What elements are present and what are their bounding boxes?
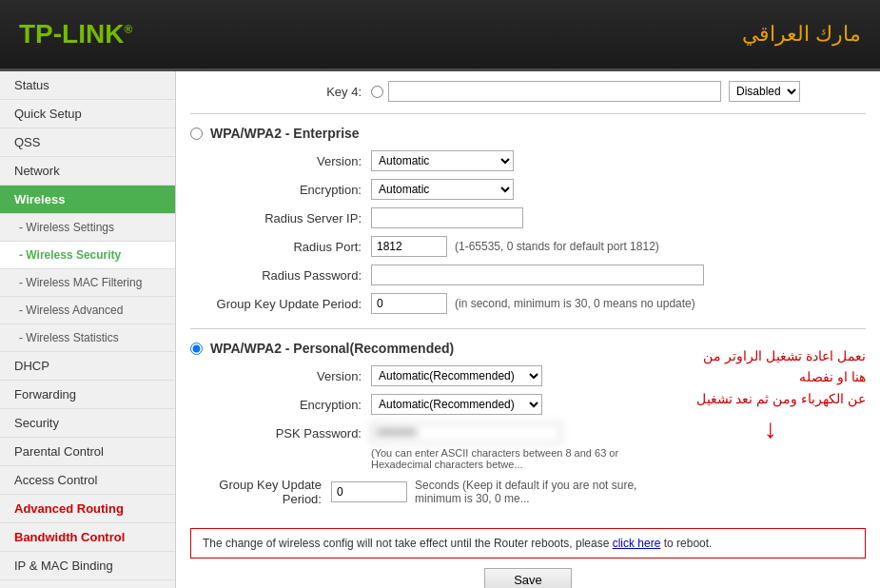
main-content: Key 4: Disabled WPA/WPA2 - Enterprise Ve… [176, 71, 880, 588]
enterprise-group-key-note: (in second, minimum is 30, 0 means no up… [455, 297, 695, 310]
sidebar-item-qss[interactable]: QSS [0, 128, 175, 157]
wpa-personal-title: WPA/WPA2 - Personal(Recommended) [190, 341, 675, 356]
sidebar-item-network[interactable]: Network [0, 157, 175, 186]
arabic-annotation-line1: نعمل اعادة تشغيل الراوتر من هنا او نفصله [694, 345, 866, 388]
personal-group-key-input[interactable] [331, 481, 407, 502]
psk-password-row: PSK Password: [190, 422, 675, 443]
enterprise-group-key-input[interactable] [371, 293, 447, 314]
key4-disabled-select[interactable]: Disabled [729, 81, 800, 102]
key4-radio[interactable] [371, 86, 383, 98]
radius-password-row: Radius Password: [190, 265, 866, 285]
divider-1 [190, 113, 866, 114]
personal-encryption-select[interactable]: Automatic(Recommended) [371, 394, 542, 415]
warning-text-end: to reboot. [660, 537, 712, 550]
sidebar-item-dhcp[interactable]: DHCP [0, 352, 175, 381]
save-button[interactable]: Save [484, 568, 572, 588]
sidebar-item-parental-control[interactable]: Parental Control [0, 438, 175, 466]
radius-ip-row: Radius Server IP: [190, 207, 866, 228]
enterprise-encryption-select[interactable]: Automatic [371, 179, 514, 200]
logo: TP-LINK® [19, 19, 132, 49]
save-section: Save [190, 568, 866, 588]
sidebar-item-wireless-settings[interactable]: - Wireless Settings [0, 214, 175, 242]
radius-port-row: Radius Port: (1-65535, 0 stands for defa… [190, 236, 866, 257]
sidebar-item-wireless-security[interactable]: - Wireless Security [0, 242, 175, 269]
enterprise-encryption-label: Encryption: [190, 183, 371, 197]
psk-note: (You can enter ASCII characters between … [371, 447, 675, 470]
header: TP-LINK® مارك العراقي [0, 0, 880, 71]
psk-password-input[interactable] [371, 422, 561, 443]
sidebar-item-access-control[interactable]: Access Control [0, 466, 175, 495]
enterprise-group-key-row: Group Key Update Period: (in second, min… [190, 293, 866, 314]
enterprise-version-label: Version: [190, 154, 371, 168]
enterprise-version-select[interactable]: Automatic [371, 150, 514, 171]
wpa-enterprise-radio[interactable] [190, 127, 203, 140]
radius-password-label: Radius Password: [190, 268, 371, 283]
down-arrow: ↓ [675, 414, 866, 444]
psk-note-row: (You can enter ASCII characters between … [371, 447, 675, 470]
radius-port-note: (1-65535, 0 stands for default port 1812… [455, 240, 659, 253]
personal-group-key-note: Seconds (Keep it default if you are not … [415, 479, 675, 505]
warning-box: The change of wireless config will not t… [190, 528, 866, 559]
wpa-enterprise-title: WPA/WPA2 - Enterprise [190, 126, 866, 141]
sidebar-item-quick-setup[interactable]: Quick Setup [0, 100, 175, 128]
radius-port-label: Radius Port: [190, 240, 371, 254]
sidebar-item-status[interactable]: Status [0, 71, 175, 100]
sidebar-item-ip-mac-binding[interactable]: IP & MAC Binding [0, 552, 175, 580]
personal-encryption-label: Encryption: [190, 398, 371, 412]
sidebar-item-security[interactable]: Security [0, 409, 175, 438]
wpa-personal-radio[interactable] [190, 343, 203, 355]
radius-port-input[interactable] [371, 236, 447, 257]
personal-version-row: Version: Automatic(Recommended) [190, 365, 675, 386]
personal-version-select[interactable]: Automatic(Recommended) [371, 365, 542, 386]
psk-password-label: PSK Password: [190, 426, 371, 441]
key4-input[interactable] [388, 81, 721, 102]
warning-text: The change of wireless config will not t… [203, 537, 613, 550]
sidebar-item-wireless-advanced[interactable]: - Wireless Advanced [0, 297, 175, 324]
logo-text: TP-LINK [19, 19, 124, 49]
sidebar-item-forwarding[interactable]: Forwarding [0, 381, 175, 409]
wpa-personal-section: WPA/WPA2 - Personal(Recommended) Version… [190, 341, 866, 514]
wpa-enterprise-section: WPA/WPA2 - Enterprise Version: Automatic… [190, 126, 866, 314]
sidebar-item-wireless-mac-filtering[interactable]: - Wireless MAC Filtering [0, 269, 175, 297]
personal-group-key-label: Group Key Update Period: [190, 478, 331, 506]
personal-group-key-row: Group Key Update Period: Seconds (Keep i… [190, 478, 675, 506]
reboot-link[interactable]: click here [613, 537, 661, 550]
sidebar-item-wireless-statistics[interactable]: - Wireless Statistics [0, 324, 175, 352]
radius-password-input[interactable] [371, 265, 704, 285]
arabic-brand: مارك العراقي [742, 22, 861, 47]
sidebar: Status Quick Setup QSS Network Wireless … [0, 71, 176, 588]
arabic-annotation: نعمل اعادة تشغيل الراوتر من هنا او نفصله… [675, 341, 866, 444]
personal-encryption-row: Encryption: Automatic(Recommended) [190, 394, 675, 415]
arabic-annotation-line2: عن الكهرباء ومن ثم نعد تشغيل [694, 388, 866, 409]
radius-ip-input[interactable] [371, 207, 523, 228]
key4-row: Key 4: Disabled [190, 81, 866, 102]
sidebar-item-dynamic-dns[interactable]: Dynamic DNS [0, 580, 175, 588]
personal-version-label: Version: [190, 369, 371, 383]
divider-2 [190, 328, 866, 329]
enterprise-group-key-label: Group Key Update Period: [190, 297, 371, 311]
sidebar-item-bandwidth-control[interactable]: Bandwidth Control [0, 523, 175, 552]
enterprise-version-row: Version: Automatic [190, 150, 866, 171]
enterprise-encryption-row: Encryption: Automatic [190, 179, 866, 200]
sidebar-item-wireless[interactable]: Wireless [0, 186, 175, 214]
sidebar-item-advanced-routing[interactable]: Advanced Routing [0, 495, 175, 523]
logo-trademark: ® [124, 23, 132, 36]
key4-label: Key 4: [190, 85, 371, 99]
radius-ip-label: Radius Server IP: [190, 211, 371, 225]
main-layout: Status Quick Setup QSS Network Wireless … [0, 71, 880, 588]
